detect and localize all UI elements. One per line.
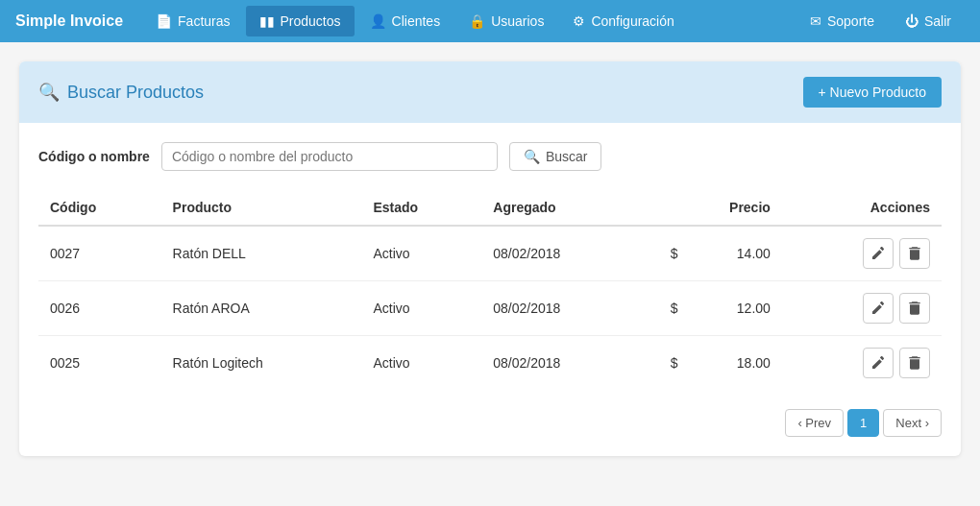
cell-precio-currency: $ — [642, 336, 682, 391]
nav-item-configuracion-label: Configuración — [591, 13, 674, 29]
nav-item-soporte[interactable]: ✉ Soporte — [796, 6, 888, 36]
cell-agregado: 08/02/2018 — [481, 281, 641, 336]
nav-right: ✉ Soporte ⏻ Salir — [796, 6, 965, 36]
page-1-button[interactable]: 1 — [847, 409, 879, 437]
edit-button[interactable] — [863, 348, 894, 378]
new-product-button[interactable]: + Nuevo Producto — [803, 77, 942, 108]
cell-precio-currency: $ — [642, 226, 682, 281]
lock-icon: 🔒 — [469, 13, 485, 29]
search-input[interactable] — [161, 142, 498, 171]
prev-button[interactable]: ‹ Prev — [785, 409, 844, 437]
gear-icon: ⚙ — [573, 13, 585, 29]
pagination: ‹ Prev 1 Next › — [38, 409, 942, 437]
mail-icon: ✉ — [810, 13, 821, 29]
search-btn-label: Buscar — [546, 149, 588, 164]
cell-producto: Ratón Logitech — [161, 336, 362, 391]
cell-estado: Activo — [361, 336, 481, 391]
col-producto: Producto — [161, 190, 362, 226]
delete-button[interactable] — [899, 238, 930, 269]
table-row: 0026 Ratón AROA Activo 08/02/2018 $ 12.0… — [38, 281, 942, 336]
page-body: Código o nombre 🔍 Buscar Código Producto… — [19, 123, 961, 456]
search-label: Código o nombre — [38, 149, 150, 164]
nav-item-productos-label: Productos — [281, 13, 341, 29]
page-title-text: Buscar Productos — [67, 83, 204, 103]
power-icon: ⏻ — [905, 13, 919, 29]
cell-precio-currency: $ — [642, 281, 682, 336]
cell-producto: Ratón AROA — [161, 281, 362, 336]
col-agregado: Agregado — [481, 190, 641, 226]
navbar: Simple Invoice 📄 Facturas ▮▮ Productos 👤… — [0, 0, 980, 42]
col-codigo: Código — [38, 190, 161, 226]
table-row: 0025 Ratón Logitech Activo 08/02/2018 $ … — [38, 336, 942, 391]
cell-codigo: 0026 — [38, 281, 161, 336]
search-btn-icon: 🔍 — [524, 149, 540, 164]
search-bar: Código o nombre 🔍 Buscar — [38, 142, 942, 171]
cell-agregado: 08/02/2018 — [481, 226, 641, 281]
main-content: 🔍 Buscar Productos + Nuevo Producto Códi… — [0, 42, 980, 475]
cell-estado: Activo — [361, 226, 481, 281]
action-buttons — [794, 238, 930, 269]
cell-acciones — [782, 281, 942, 336]
nav-item-soporte-label: Soporte — [827, 13, 874, 29]
edit-button[interactable] — [863, 293, 894, 324]
table-header: Código Producto Estado Agregado Precio A… — [38, 190, 942, 226]
page-title: 🔍 Buscar Productos — [38, 82, 204, 103]
nav-items: 📄 Facturas ▮▮ Productos 👤 Clientes 🔒 Usu… — [142, 6, 796, 36]
nav-item-salir[interactable]: ⏻ Salir — [892, 6, 965, 36]
nav-item-salir-label: Salir — [924, 13, 951, 29]
nav-item-facturas[interactable]: 📄 Facturas — [142, 6, 243, 36]
next-button[interactable]: Next › — [883, 409, 942, 437]
nav-item-usuarios-label: Usuarios — [491, 13, 544, 29]
cell-codigo: 0025 — [38, 336, 161, 391]
cell-precio-value: 14.00 — [682, 226, 782, 281]
chart-icon: ▮▮ — [259, 13, 275, 29]
nav-item-usuarios[interactable]: 🔒 Usuarios — [455, 6, 557, 36]
nav-item-clientes[interactable]: 👤 Clientes — [356, 6, 454, 36]
nav-item-configuracion[interactable]: ⚙ Configuración — [559, 6, 687, 36]
search-button[interactable]: 🔍 Buscar — [509, 142, 602, 171]
table-row: 0027 Ratón DELL Activo 08/02/2018 $ 14.0… — [38, 226, 942, 281]
page-header: 🔍 Buscar Productos + Nuevo Producto — [19, 61, 961, 123]
table-body: 0027 Ratón DELL Activo 08/02/2018 $ 14.0… — [38, 226, 942, 390]
cell-acciones — [782, 226, 942, 281]
user-icon: 👤 — [370, 13, 386, 29]
cell-codigo: 0027 — [38, 226, 161, 281]
col-acciones: Acciones — [782, 190, 942, 226]
col-estado: Estado — [361, 190, 481, 226]
products-table: Código Producto Estado Agregado Precio A… — [38, 190, 942, 390]
col-precio: Precio — [642, 190, 782, 226]
page-card: 🔍 Buscar Productos + Nuevo Producto Códi… — [19, 61, 961, 456]
delete-button[interactable] — [899, 348, 930, 378]
action-buttons — [794, 348, 930, 378]
nav-item-clientes-label: Clientes — [392, 13, 441, 29]
cell-producto: Ratón DELL — [161, 226, 362, 281]
search-icon: 🔍 — [38, 82, 60, 103]
cell-estado: Activo — [361, 281, 481, 336]
delete-button[interactable] — [899, 293, 930, 324]
cell-acciones — [782, 336, 942, 391]
cell-agregado: 08/02/2018 — [481, 336, 641, 391]
app-brand: Simple Invoice — [15, 12, 123, 30]
edit-button[interactable] — [863, 238, 894, 269]
cell-precio-value: 12.00 — [682, 281, 782, 336]
nav-item-productos[interactable]: ▮▮ Productos — [246, 6, 355, 36]
file-icon: 📄 — [156, 13, 172, 29]
action-buttons — [794, 293, 930, 324]
cell-precio-value: 18.00 — [682, 336, 782, 391]
nav-item-facturas-label: Facturas — [178, 13, 230, 29]
